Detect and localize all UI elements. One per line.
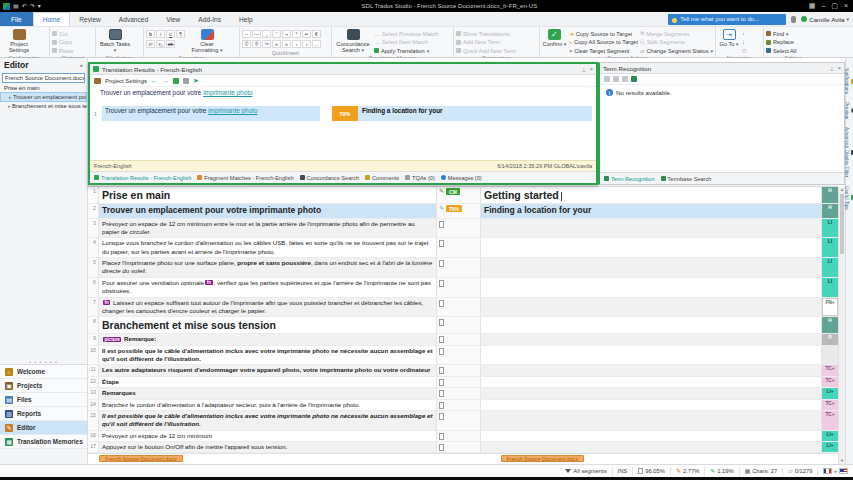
segment-target[interactable] <box>481 298 822 317</box>
next-segment-button[interactable]: ↓ <box>742 39 747 46</box>
customize-qat-icon[interactable]: ▾ <box>38 3 41 9</box>
segment-target[interactable] <box>481 411 822 430</box>
subscript-button[interactable]: x₂ <box>156 40 165 48</box>
tab-translation-results[interactable]: Translation Results - French-English <box>94 175 191 181</box>
termbase-view-icon[interactable] <box>604 76 610 82</box>
segment-target[interactable] <box>481 346 822 365</box>
tm-column-icon[interactable] <box>173 78 179 84</box>
segment-target[interactable] <box>481 334 822 344</box>
user-account[interactable]: Camille Avila ▾ <box>801 16 849 23</box>
segment-row[interactable]: 16Prévoyez un espace de 12 cm minimumLI+ <box>88 431 838 442</box>
replace-button[interactable]: Replace <box>766 39 796 46</box>
undo-icon[interactable]: ↶ <box>22 3 27 9</box>
term-pin-icon[interactable]: ⊥ <box>829 65 834 72</box>
segment-source[interactable]: Placez l'imprimante photo sur une surfac… <box>99 258 437 277</box>
segment-row[interactable]: 6Pour assurer une ventilation optimalefn… <box>88 278 838 298</box>
change-segment-status-button[interactable]: ▱Change Segment Status ▾ <box>640 47 713 54</box>
segment-source[interactable]: Étape <box>99 377 437 387</box>
redo-icon[interactable]: ↷ <box>30 3 35 9</box>
strikethrough-button[interactable]: ab <box>166 40 175 48</box>
tab-messages[interactable]: Messages (0) <box>441 175 482 181</box>
source-doc-tab[interactable]: French Source Document.docx <box>99 455 183 462</box>
quickinsert-symbol-button[interactable]: ¬ <box>282 30 291 38</box>
sidebar-item-reports[interactable]: ▥Reports <box>0 407 87 421</box>
tab-concordance-search[interactable]: Concordance Search <box>300 175 360 181</box>
close-button[interactable]: × <box>844 2 848 10</box>
sidebar-item-editor[interactable]: ✎Editor <box>0 421 87 435</box>
segment-row[interactable]: 17Appuyez sur le bouton On/Off afin de m… <box>88 442 838 453</box>
tab-review[interactable]: Review <box>70 12 110 26</box>
tree-item-trouver-emplacement[interactable]: ▸ Trouver un emplacement pou <box>0 92 87 102</box>
tab-comments[interactable]: Comments <box>365 175 399 181</box>
segment-row[interactable]: 11Les autre adaptateurs risquent d'endom… <box>88 365 838 376</box>
tab-advanced[interactable]: Advanced <box>110 12 157 26</box>
segment-target[interactable]: Finding a location for your <box>481 204 822 217</box>
cut-button[interactable]: Cut <box>52 30 74 37</box>
batch-tasks-button[interactable]: Batch Tasks ▾ <box>98 28 132 54</box>
tree-item-branchement[interactable]: ▸ Branchement et mise sous te <box>0 102 87 110</box>
select-all-button[interactable]: Select All <box>766 47 796 54</box>
target-doc-tab[interactable]: French Source Document.docx <box>501 455 585 462</box>
segment-target[interactable] <box>481 317 822 333</box>
segment-source[interactable]: Branchez le cordon d'alimentation à l'ad… <box>99 400 437 410</box>
language-pair[interactable]: ▸ <box>817 467 853 476</box>
add-new-term-button[interactable]: Add New Term <box>456 39 516 46</box>
tell-me-input[interactable] <box>668 14 786 25</box>
segment-target[interactable] <box>481 442 822 452</box>
tab-termbase-search[interactable]: Termbase Search <box>661 176 712 182</box>
segment-row[interactable]: 15Il est possible que le câble d'aliment… <box>88 411 838 431</box>
panel-project-settings-button[interactable]: Project Settings <box>105 78 147 84</box>
restore-button[interactable]: ▢ <box>831 2 838 10</box>
segment-row[interactable]: 9picture Remarque:P <box>88 334 838 345</box>
quickinsert-symbol-button[interactable]: ™ <box>262 40 271 48</box>
tab-help[interactable]: Help <box>230 12 262 26</box>
segment-target[interactable] <box>481 238 822 257</box>
segment-row[interactable]: 14Branchez le cordon d'alimentation à l'… <box>88 400 838 411</box>
segment-target[interactable] <box>481 278 822 297</box>
panel-close-icon[interactable]: × <box>589 66 593 72</box>
segment-row[interactable]: 7fn Laissez un espace suffisant tout aut… <box>88 298 838 318</box>
quickinsert-symbol-button[interactable]: » <box>282 40 291 48</box>
quickinsert-symbol-button[interactable]: ‹ <box>292 40 301 48</box>
sidebar-item-files[interactable]: ▤Files <box>0 393 87 407</box>
collapse-sidebar-icon[interactable]: « <box>80 62 83 68</box>
quickinsert-symbol-button[interactable]: © <box>242 40 251 48</box>
pilcrow-button[interactable]: ¶ <box>176 30 185 38</box>
select-previous-match-button[interactable]: ←Select Previous Match <box>374 30 438 37</box>
pin-icon[interactable]: ⊥ <box>581 66 586 73</box>
expand-icon[interactable]: ➤ <box>193 77 199 84</box>
quickinsert-symbol-button[interactable]: “ <box>272 30 281 38</box>
edit-term-icon[interactable] <box>183 78 189 84</box>
segment-row[interactable]: 3Prévoyez un espace de 12 cm minimum ent… <box>88 219 838 239</box>
copy-all-source-to-target-button[interactable]: »Copy All Source to Target <box>569 39 638 46</box>
tree-item-prise-en-main[interactable]: Prise en main <box>0 84 87 92</box>
tab-home[interactable]: Home <box>33 12 71 26</box>
segment-source[interactable]: Il est possible que le câble d'alimentat… <box>99 346 437 365</box>
next-result-icon[interactable]: → <box>162 77 169 84</box>
recognized-term[interactable]: imprimante photo <box>203 89 252 96</box>
insert-mode[interactable]: INS <box>612 467 633 476</box>
quickinsert-symbol-button[interactable]: – <box>242 30 251 38</box>
italic-button[interactable]: i <box>156 30 165 38</box>
tab-addins[interactable]: Add-Ins <box>189 12 230 26</box>
confirm-button[interactable]: ✓ Confirm ▾ <box>542 28 567 48</box>
segment-source[interactable]: Lorsque vous branchez le cordon d'alimen… <box>99 238 437 257</box>
segment-source[interactable]: Prévoyez un espace de 12 cm minimum <box>99 431 437 441</box>
quickinsert-symbol-button[interactable]: „ <box>262 30 271 38</box>
previous-result-icon[interactable]: ← <box>151 77 158 84</box>
segment-target[interactable] <box>481 365 822 375</box>
segment-source[interactable]: Prévoyez un espace de 12 cm minimum entr… <box>99 219 437 238</box>
concordance-search-button[interactable]: Concordance Search ▾ <box>334 28 372 54</box>
go-to-button[interactable]: ⇥ Go To ▾ <box>718 28 740 48</box>
previous-segment-button[interactable]: ↑ <box>742 30 747 37</box>
find-button[interactable]: Find ▾ <box>766 30 796 37</box>
navigation-more-button[interactable]: ⊡ <box>742 47 747 54</box>
merge-segments-button[interactable]: ⧉Merge Segments <box>640 30 713 37</box>
quickinsert-symbol-button[interactable]: € <box>312 30 321 38</box>
quick-add-new-term-button[interactable]: Quick Add New Term <box>456 47 516 54</box>
quickinsert-symbol-button[interactable]: ° <box>292 30 301 38</box>
segment-row[interactable]: 8Branchement et mise sous tensionH <box>88 317 838 334</box>
quickinsert-symbol-button[interactable]: › <box>302 40 311 48</box>
select-next-match-button[interactable]: →Select Next Match <box>374 39 438 46</box>
clear-target-segment-button[interactable]: ×Clear Target Segment <box>569 47 638 54</box>
